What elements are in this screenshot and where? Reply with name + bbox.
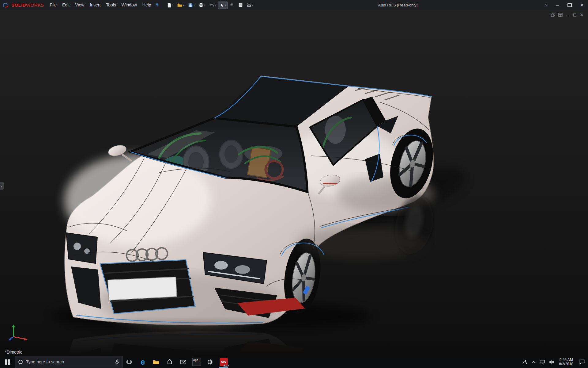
search-input[interactable]	[25, 359, 113, 365]
select-cursor-icon	[220, 3, 224, 8]
undo-button[interactable]: ▾	[208, 2, 217, 9]
graphics-viewport[interactable]: *Dimetric ‹	[0, 10, 588, 356]
network-button[interactable]	[537, 356, 547, 368]
console-icon: &gt;_	[192, 358, 201, 366]
settings-button[interactable]	[203, 356, 217, 368]
mdi-float-icon[interactable]	[551, 13, 555, 17]
edge-icon: e	[141, 358, 145, 366]
close-button[interactable]: ×	[576, 0, 588, 10]
settings-gear-icon	[207, 359, 213, 365]
document-window-controls	[551, 13, 584, 17]
store-button[interactable]	[163, 356, 176, 368]
undo-arrow-icon	[209, 3, 214, 8]
save-button[interactable]: ▾	[187, 2, 196, 9]
menu-edit[interactable]: Edit	[59, 0, 72, 10]
caret-down-icon: ▾	[225, 4, 226, 6]
menu-help[interactable]: Help	[140, 0, 154, 10]
solidworks-logo: SOLIDWORKS	[0, 2, 47, 8]
people-icon	[522, 359, 527, 364]
windows-taskbar: e &gt;_ SW 2017	[0, 356, 588, 368]
minimize-button[interactable]	[551, 0, 564, 10]
orientation-triad	[8, 323, 32, 342]
mdi-minimize-icon[interactable]	[566, 13, 570, 17]
new-document-button[interactable]: ▾	[165, 2, 175, 9]
microphone-icon[interactable]	[115, 359, 119, 365]
chevron-up-icon	[532, 361, 535, 363]
hidden-icons-button[interactable]	[530, 356, 537, 368]
cortana-icon	[18, 359, 23, 364]
floor-fade	[0, 317, 588, 356]
maximize-button[interactable]	[564, 0, 576, 10]
help-button[interactable]: ?	[541, 3, 551, 8]
headlight-left[interactable]	[66, 233, 97, 263]
quick-access-toolbar: ▾ ▾ ▾ ▾ ▾ ▾	[165, 2, 255, 9]
logo-text-bold: SOLID	[11, 2, 26, 8]
caret-down-icon: ▾	[183, 4, 184, 6]
caret-down-icon: ▾	[204, 4, 205, 6]
new-document-icon	[167, 3, 172, 8]
sphere-icon	[230, 3, 235, 8]
windows-logo-icon	[5, 359, 10, 365]
open-folder-icon	[177, 3, 183, 8]
caret-down-icon: ▾	[194, 4, 195, 6]
mail-button[interactable]	[176, 356, 190, 368]
menu-view[interactable]: View	[72, 0, 87, 10]
task-view-icon	[126, 359, 132, 364]
panel-expand-tab[interactable]: ‹	[0, 182, 4, 190]
license-plate[interactable]	[108, 277, 177, 300]
task-view-button[interactable]	[123, 356, 136, 368]
taskbar-clock[interactable]: 9:45 AM 8/2/2018	[556, 358, 576, 366]
logo-text-light: WORKS	[26, 2, 44, 8]
mdi-restore-icon[interactable]	[573, 13, 577, 17]
action-center-icon	[579, 359, 585, 364]
solidworks-version-badge: 2017	[224, 364, 229, 367]
menu-file[interactable]: File	[47, 0, 60, 10]
select-tool-button[interactable]: ▾	[218, 2, 228, 9]
mail-icon	[180, 360, 186, 364]
file-properties-button[interactable]	[237, 2, 244, 9]
print-button[interactable]: ▾	[197, 2, 207, 9]
store-icon	[167, 359, 172, 365]
file-explorer-icon	[153, 359, 160, 365]
file-properties-icon	[238, 3, 243, 8]
edge-button[interactable]: e	[136, 356, 149, 368]
window-title: Audi R8 S [Read-only]	[255, 3, 541, 7]
start-button[interactable]	[0, 356, 15, 368]
solidworks-icon: SW 2017	[220, 358, 228, 366]
file-explorer-button[interactable]	[149, 356, 163, 368]
open-button[interactable]: ▾	[176, 2, 186, 9]
save-floppy-icon	[188, 3, 193, 8]
mdi-close-icon[interactable]	[580, 13, 584, 17]
volume-button[interactable]	[547, 356, 556, 368]
caret-down-icon: ▾	[252, 4, 253, 6]
menu-tools[interactable]: Tools	[103, 0, 119, 10]
options-button[interactable]: ▾	[245, 2, 255, 9]
gear-icon	[247, 3, 251, 8]
pin-menu-icon[interactable]	[155, 3, 159, 7]
volume-icon	[549, 360, 554, 364]
view-orientation-label: *Dimetric	[5, 350, 22, 355]
window-controls: ? ×	[541, 0, 588, 10]
menu-insert[interactable]: Insert	[87, 0, 103, 10]
menu-window[interactable]: Window	[119, 0, 140, 10]
solidworks-taskbar-button[interactable]: SW 2017	[217, 356, 230, 368]
people-button[interactable]	[520, 356, 530, 368]
menu-bar: SOLIDWORKS File Edit View Insert Tools W…	[0, 0, 588, 10]
mdi-tile-icon[interactable]	[558, 13, 563, 17]
caret-down-icon: ▾	[215, 4, 216, 6]
console-button[interactable]: &gt;_	[190, 356, 203, 368]
minimize-icon	[556, 5, 559, 6]
car-body[interactable]	[64, 76, 440, 329]
print-icon	[198, 3, 204, 8]
caret-down-icon: ▾	[172, 4, 174, 6]
clock-date: 8/2/2018	[559, 362, 573, 366]
audi-r8-model[interactable]	[0, 10, 588, 356]
dassault-3ds-icon	[2, 2, 10, 8]
action-center-button[interactable]	[576, 356, 588, 368]
system-tray: 9:45 AM 8/2/2018	[520, 356, 588, 368]
clock-time: 9:45 AM	[559, 358, 573, 362]
network-icon	[540, 360, 545, 364]
view-sphere-button[interactable]	[228, 2, 236, 9]
taskbar-search[interactable]	[15, 356, 123, 368]
maximize-icon	[567, 3, 572, 7]
